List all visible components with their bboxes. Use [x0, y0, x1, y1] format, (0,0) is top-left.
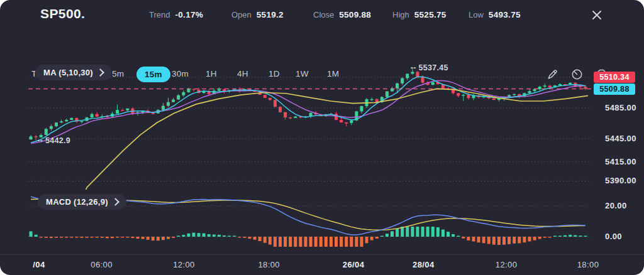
- stat-label: Open: [231, 10, 252, 19]
- time-tick: 06:00: [91, 260, 113, 269]
- macd-tick: 20.00: [605, 201, 627, 210]
- chevron-right-icon: [111, 198, 119, 206]
- timeframe-1w[interactable]: 1W: [296, 69, 309, 78]
- macd-tick: 0.00: [605, 232, 622, 241]
- stat-value: 5509.88: [339, 10, 371, 19]
- draw-icon: [547, 68, 558, 80]
- stat-value: 5493.75: [489, 10, 521, 19]
- price-badge-cyan: 5509.88: [594, 84, 635, 95]
- timeframe-1m[interactable]: 1M: [327, 69, 339, 78]
- price-annotation: -- 5537.45: [411, 63, 448, 72]
- chart-header: SP500. Trend-0.17%Open5519.2Close5509.88…: [0, 0, 644, 29]
- price-tick: 5415.00: [605, 157, 636, 166]
- time-tick: /04: [33, 260, 45, 269]
- timeframe-1d[interactable]: 1D: [269, 69, 280, 78]
- stat-label: Close: [313, 10, 334, 19]
- time-tick: 18:00: [258, 260, 280, 269]
- close-button[interactable]: [590, 9, 604, 23]
- time-tick: 26/04: [343, 260, 365, 269]
- timeframe-30m[interactable]: 30m: [172, 69, 189, 78]
- time-tick: 28/04: [413, 260, 435, 269]
- time-tick: 12:00: [496, 260, 518, 269]
- stat-close: Close5509.88: [313, 10, 371, 19]
- timeframe-toolbar: Tick Chart1m5m15m30m1H4H1D1W1M: [0, 31, 644, 57]
- time-tick: 12:00: [173, 260, 195, 269]
- stat-open: Open5519.2: [231, 10, 284, 19]
- clock-tool-button[interactable]: [571, 68, 583, 80]
- stat-value: -0.17%: [175, 10, 203, 19]
- timeframe-1h[interactable]: 1H: [206, 69, 217, 78]
- stat-high: High5525.75: [392, 10, 447, 19]
- close-icon: [592, 10, 602, 20]
- main-panel: -- 5537.45-- 5442.9: [28, 63, 591, 204]
- stat-trend: Trend-0.17%: [149, 10, 203, 19]
- price-annotation: -- 5442.9: [37, 136, 70, 145]
- timeframe-5m[interactable]: 5m: [112, 69, 124, 78]
- price-tick: 5445.00: [605, 134, 636, 143]
- time-axis[interactable]: /0406:0012:0018:0026/0428/0412:0018:00: [0, 254, 644, 275]
- timeframe-15m[interactable]: 15m: [136, 67, 170, 82]
- price-tick: 5390.00: [605, 176, 636, 185]
- clock-icon: [571, 68, 583, 80]
- timeframe-4h[interactable]: 4H: [237, 69, 248, 78]
- price-badge-red: 5510.34: [594, 72, 635, 83]
- stat-label: Low: [469, 10, 484, 19]
- stat-value: 5525.75: [414, 10, 447, 19]
- symbol-title: SP500.: [40, 6, 85, 21]
- stat-value: 5519.2: [257, 10, 284, 19]
- stat-low: Low5493.75: [469, 10, 521, 19]
- ma-indicator-label: MA (5,10,30): [43, 68, 93, 77]
- chevron-right-icon: [96, 68, 104, 77]
- price-tick: 5485.00: [605, 103, 636, 112]
- macd-indicator-pill[interactable]: MACD (12,26,9): [38, 194, 126, 210]
- stat-label: Trend: [149, 10, 170, 19]
- macd-indicator-label: MACD (12,26,9): [46, 197, 108, 207]
- trading-chart-window: -- 5537.45-- 5442.9 SP500. Trend-0.17%Op…: [0, 0, 644, 275]
- stat-label: High: [392, 10, 409, 19]
- draw-tool-button[interactable]: [547, 68, 558, 80]
- ma-indicator-pill[interactable]: MA (5,10,30): [35, 65, 111, 80]
- time-tick: 18:00: [577, 260, 599, 269]
